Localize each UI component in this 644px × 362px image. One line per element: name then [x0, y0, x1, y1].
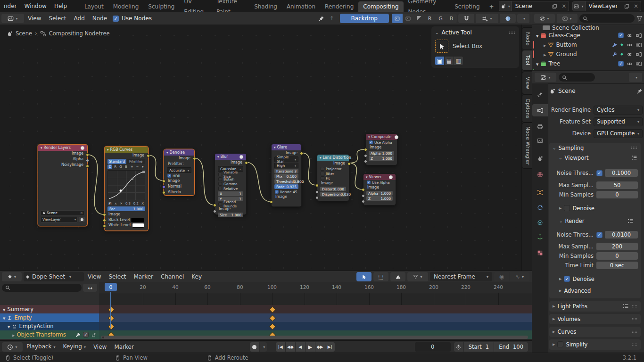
workspace-tab-rendering[interactable]: Rendering — [320, 1, 358, 12]
editor-type-selector[interactable] — [2, 342, 23, 352]
preset-icon[interactable] — [631, 155, 637, 161]
end-frame-field[interactable]: End 100 — [494, 342, 528, 352]
menu-render[interactable]: nder — [0, 0, 21, 12]
z-slider[interactable]: Z1.000 — [369, 156, 394, 161]
disable-render-icon[interactable] — [636, 42, 642, 48]
collapse-icon[interactable] — [217, 155, 219, 159]
node-preview-icon[interactable] — [394, 135, 399, 140]
socket-image-out[interactable] — [245, 161, 248, 165]
panel-grip-icon[interactable] — [632, 305, 637, 308]
dispersion-slider[interactable]: Dispersion0.020 — [320, 192, 346, 197]
workspace-tab-shading[interactable]: Shading — [249, 1, 282, 12]
tab-render-properties[interactable] — [532, 104, 548, 116]
modifier-icon[interactable] — [612, 52, 617, 57]
collapse-icon[interactable] — [368, 135, 370, 139]
zoom-in-icon[interactable]: + — [130, 165, 134, 169]
tab-world-properties[interactable] — [532, 168, 548, 181]
relative-toggle[interactable]: Relative — [215, 186, 246, 191]
outliner-row-scene-collection[interactable]: Scene Collection — [532, 25, 644, 31]
curve-y-value[interactable]: 0.2 — [132, 201, 140, 206]
collapse-channels-icon[interactable]: ⬚ — [373, 272, 388, 281]
disable-render-icon[interactable] — [636, 51, 642, 58]
modifier-icon[interactable] — [612, 42, 617, 48]
pin-icon[interactable] — [636, 88, 643, 94]
timeline-ruler[interactable]: 20 40 60 80 100 120 140 160 180 200 220 … — [99, 282, 532, 293]
node-viewer[interactable]: Viewer ✓Use Alpha Image Alpha1.000 Z1.00… — [363, 173, 396, 206]
timeline-menu-marker[interactable]: Marker — [110, 341, 137, 353]
hide-icon[interactable] — [627, 42, 633, 48]
render-subpanel-header[interactable]: ⌄ Render — [556, 216, 641, 226]
socket-z-in[interactable] — [364, 160, 367, 163]
node-rgb-curves[interactable]: RGB Curves Image Standard Filmlike C R G… — [104, 146, 149, 231]
select-mode-subtract-icon[interactable]: ▥ — [454, 57, 463, 65]
keyrow-summary[interactable] — [99, 305, 532, 313]
simplify-panel[interactable]: Simplify — [549, 339, 641, 350]
hide-icon[interactable] — [627, 51, 633, 58]
node-render-layers[interactable]: Render Layers Image Alpha NoisyImage Sce… — [38, 144, 88, 226]
expand-icon[interactable] — [12, 331, 15, 338]
start-frame-field[interactable]: Start 1 — [464, 342, 494, 352]
dope-menu-select[interactable]: Select — [105, 271, 130, 283]
proportional-edit-icon[interactable]: ◉ — [494, 272, 509, 281]
viewlayer-browse-icon[interactable] — [573, 1, 586, 11]
node-composite[interactable]: Composite ✓Use Alpha Image Alpha1.000 Z1… — [365, 133, 397, 165]
viewlayer-name[interactable]: ViewLayer — [586, 3, 622, 9]
editor-type-selector[interactable] — [2, 272, 22, 281]
expand-icon[interactable]: ✕ — [119, 201, 124, 206]
outliner-row-buttom[interactable]: Buttom — [532, 40, 644, 49]
keyframe[interactable] — [269, 306, 276, 313]
white-level-swatch[interactable] — [132, 223, 144, 228]
expand-icon[interactable] — [544, 41, 546, 48]
socket-image-out[interactable] — [193, 157, 196, 160]
expand-icon[interactable] — [536, 32, 538, 39]
blur-x-slider[interactable]: X1 — [218, 191, 243, 196]
use-alpha-toggle[interactable]: ✓Use Alpha — [366, 140, 397, 145]
glare-type-dropdown[interactable]: Simple Star — [274, 156, 298, 162]
workspace-tab-compositing[interactable]: Compositing — [358, 1, 403, 12]
keyframe[interactable] — [269, 315, 276, 321]
add-workspace-button[interactable]: + — [485, 1, 499, 12]
node-header[interactable]: Render Layers — [38, 145, 87, 151]
snap-toggle-icon[interactable] — [458, 14, 474, 23]
clear-scene-icon[interactable]: × — [80, 211, 83, 215]
panel-grip-icon[interactable] — [632, 343, 637, 346]
only-selected-icon[interactable] — [356, 272, 372, 281]
jump-to-end-button[interactable]: ▶| — [325, 342, 335, 352]
playback-menu[interactable]: Playback — [23, 340, 59, 354]
tab-output-properties[interactable] — [532, 120, 548, 132]
filter-dropdown[interactable] — [407, 272, 428, 281]
hdr-toggle[interactable]: ✓HDR — [164, 173, 194, 178]
collapse-icon[interactable] — [320, 156, 322, 160]
extend-bounds-toggle[interactable]: Extend Bounds — [215, 202, 246, 206]
socket-white-in[interactable] — [103, 224, 106, 228]
expand-icon[interactable] — [544, 51, 546, 58]
outliner-row-tree[interactable]: Tree ✓ — [532, 59, 644, 68]
fit-toggle[interactable]: Fit — [317, 176, 349, 181]
alpha-slider[interactable]: Alpha1.000 — [366, 191, 393, 196]
select-mode-new-icon[interactable]: ▣ — [435, 57, 444, 65]
keyframe[interactable] — [269, 323, 276, 330]
menu-window[interactable]: Window — [21, 0, 50, 12]
keying-menu[interactable]: Keying — [59, 340, 90, 354]
variable-size-toggle[interactable]: Variable Size — [215, 172, 246, 177]
tab-view[interactable]: View — [522, 72, 532, 94]
next-keyframe-button[interactable]: ◆▶ — [315, 342, 325, 352]
collapse-icon[interactable] — [107, 148, 109, 152]
socket-image-in[interactable] — [103, 213, 106, 216]
proportional-icon[interactable]: ◩ — [107, 201, 113, 206]
iterations-slider[interactable]: Iterations3 — [274, 169, 298, 173]
keyframe[interactable] — [108, 323, 115, 330]
panel-grip-icon[interactable] — [631, 146, 637, 149]
channel-g-button[interactable]: G — [118, 165, 123, 169]
tab-tool[interactable]: Tool — [522, 50, 532, 71]
tab-scene-properties[interactable] — [532, 152, 548, 165]
socket-image-in[interactable] — [364, 148, 367, 151]
tab-constraint-properties[interactable] — [532, 216, 548, 229]
new-viewlayer-icon[interactable] — [622, 1, 631, 11]
node-header[interactable]: Denoise — [164, 149, 194, 156]
socket-z-in[interactable] — [362, 200, 365, 203]
jump-to-start-button[interactable]: |◀ — [276, 342, 285, 352]
delete-point-button[interactable]: X — [140, 201, 145, 206]
falloff-dropdown[interactable]: ∿ — [510, 272, 529, 281]
object-name[interactable]: Buttom — [556, 41, 577, 48]
